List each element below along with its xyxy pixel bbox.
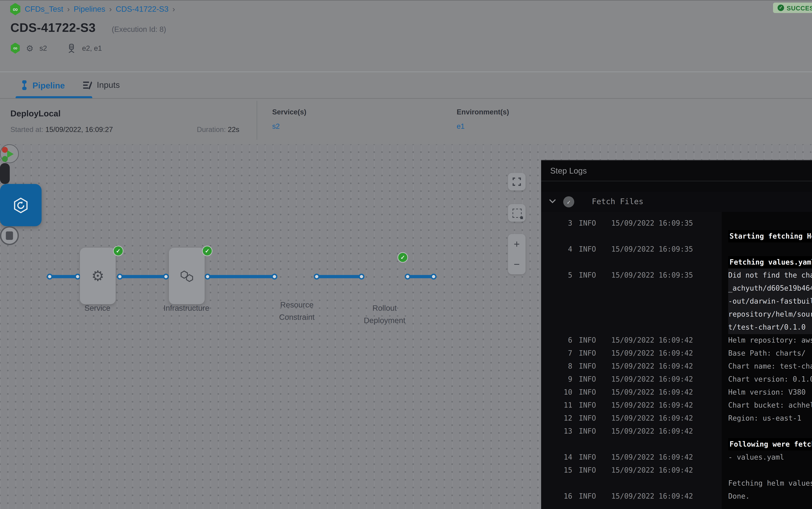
connector <box>49 275 77 278</box>
started-value: 15/09/2022, 16:09:27 <box>45 126 113 133</box>
status-badge-label: SUCCESS <box>787 4 812 11</box>
red-light-icon <box>2 147 8 153</box>
chevron-down-icon[interactable] <box>549 199 556 203</box>
connector-endpoint <box>163 273 169 279</box>
breadcrumb-pipeline-name[interactable]: CDS-41722-S3 <box>116 5 169 14</box>
node-label: Service <box>68 302 127 314</box>
connector-endpoint <box>358 273 364 279</box>
log-row: 15INFO15/09/2022 16:09:42Fetching helm v… <box>541 464 812 490</box>
step-name: Fetch Files <box>592 197 643 206</box>
services-header: Service(s) <box>272 108 306 116</box>
page-title: CDS-41722-S3 <box>10 21 96 35</box>
end-node[interactable] <box>0 226 19 245</box>
log-row: 4INFO15/09/2022 16:09:35Fetching values.… <box>541 243 812 269</box>
green-light-icon <box>2 156 8 162</box>
connector-endpoint <box>313 273 319 279</box>
log-row: 6INFO15/09/2022 16:09:42Helm repository:… <box>541 334 812 347</box>
connector-endpoint <box>204 273 210 279</box>
connector-endpoint <box>404 273 410 279</box>
node-label: Rollout Deployment <box>355 302 414 327</box>
zoom-in-button[interactable]: + <box>514 238 520 250</box>
stop-icon <box>6 231 13 240</box>
started-label: Started at: <box>10 126 43 133</box>
tab-inputs-label: Inputs <box>97 80 120 90</box>
node-rollout-deployment[interactable] <box>0 184 42 226</box>
tab-pipeline[interactable]: Pipeline <box>21 80 65 90</box>
node-label: Infrastructure <box>157 302 216 314</box>
cd-module-icon: ∞ <box>10 42 20 54</box>
service-link[interactable]: s2 <box>272 122 280 130</box>
stage-duration: Duration: 22s <box>197 126 239 133</box>
log-row: 12INFO15/09/2022 16:09:42Region: us-east… <box>541 412 812 425</box>
rolling-deploy-icon <box>12 197 29 213</box>
execution-id: (Execution Id: 8) <box>112 25 166 33</box>
stage-info-bar: DeployLocal Started at: 15/09/2022, 16:0… <box>0 98 812 145</box>
node-service[interactable]: ⚙ <box>80 248 116 304</box>
success-check-icon: ✓ <box>113 246 123 256</box>
connector <box>119 275 165 278</box>
inputs-icon <box>82 80 92 90</box>
connector <box>316 275 361 278</box>
zoom-controls: + − <box>508 234 525 274</box>
top-bar: ∞ CFDs_Test › Pipelines › CDS-41722-S3 ›… <box>0 0 812 19</box>
breadcrumb-project[interactable]: CFDs_Test <box>25 5 63 14</box>
zoom-out-button[interactable]: − <box>514 259 520 270</box>
pipeline-execution-page: ∞ CFDs_Test › Pipelines › CDS-41722-S3 ›… <box>0 0 812 509</box>
log-row: 3INFO15/09/2022 16:09:35Starting fetchin… <box>541 217 812 243</box>
tab-pipeline-label: Pipeline <box>33 80 65 90</box>
log-row: 7INFO15/09/2022 16:09:42Base Path: chart… <box>541 347 812 360</box>
environment-tag: e2, e1 <box>82 44 102 52</box>
environments-header: Environment(s) <box>457 108 509 116</box>
stage-name: DeployLocal <box>10 108 61 118</box>
duration-label: Duration: <box>197 126 226 133</box>
node-label: Resource Constraint <box>267 299 327 323</box>
execution-meta-row: ∞ ⚙ s2 e2, e1 <box>10 42 102 55</box>
environment-link[interactable]: e1 <box>457 122 465 130</box>
tab-inputs[interactable]: Inputs <box>82 80 120 90</box>
log-body: } 3INFO15/09/2022 16:09:35Starting fetch… <box>541 212 812 509</box>
log-row: 8INFO15/09/2022 16:09:42Chart name: test… <box>541 360 812 373</box>
log-rows: 3INFO15/09/2022 16:09:35Starting fetchin… <box>541 217 812 503</box>
check-circle-icon: ✓ <box>778 5 784 11</box>
connector-endpoint <box>271 273 277 279</box>
log-row: 16INFO15/09/2022 16:09:42Done. <box>541 490 812 503</box>
breadcrumb: ∞ CFDs_Test › Pipelines › CDS-41722-S3 › <box>10 3 175 15</box>
node-resource-constraint[interactable] <box>0 163 10 184</box>
connector <box>407 275 433 278</box>
harness-logo-icon: ∞ <box>10 3 21 15</box>
select-region-button[interactable] <box>508 204 525 222</box>
success-check-icon: ✓ <box>202 246 213 256</box>
log-row: 11INFO15/09/2022 16:09:42Chart bucket: a… <box>541 399 812 412</box>
pipeline-icon <box>21 80 28 90</box>
fullscreen-icon <box>513 177 521 186</box>
breadcrumb-pipelines[interactable]: Pipelines <box>74 5 105 14</box>
chevron-right-icon: › <box>173 5 175 14</box>
step-success-check-icon: ✓ <box>563 196 574 207</box>
service-tag: s2 <box>39 44 47 52</box>
step-logs-panel: Step Logs Console View ✓ Fetch Files ↑ ↓… <box>541 160 812 509</box>
step-logs-title: Step Logs <box>550 166 587 175</box>
log-row: 10INFO15/09/2022 16:09:42Helm version: V… <box>541 386 812 399</box>
environments-icon <box>67 43 76 53</box>
chevron-right-icon: › <box>67 5 70 14</box>
connector-endpoint <box>117 273 122 279</box>
infrastructure-icon <box>180 270 193 282</box>
gear-icon: ⚙ <box>91 268 104 284</box>
gear-icon: ⚙ <box>26 43 34 53</box>
log-row: 9INFO15/09/2022 16:09:42Chart version: 0… <box>541 373 812 386</box>
duration-value: 22s <box>228 126 239 133</box>
tabs-bar: Pipeline Inputs Console View <box>0 71 812 99</box>
step-logs-header: Step Logs Console View <box>541 161 812 181</box>
node-infrastructure[interactable] <box>169 248 205 304</box>
connector-endpoint <box>430 273 436 279</box>
clipped-log-line: } <box>746 212 812 217</box>
step-row-fetch-files[interactable]: ✓ Fetch Files ↑ ↓ 9s <box>541 192 812 212</box>
stage-started: Started at: 15/09/2022, 16:09:27 <box>10 126 113 133</box>
log-row: 14INFO15/09/2022 16:09:42- values.yaml <box>541 451 812 464</box>
play-icon <box>7 150 14 158</box>
status-badge: ✓ SUCCESS <box>773 3 812 13</box>
fullscreen-button[interactable] <box>508 173 525 191</box>
connector-endpoint <box>46 273 52 279</box>
connector <box>207 275 274 278</box>
chevron-right-icon: › <box>109 5 112 14</box>
